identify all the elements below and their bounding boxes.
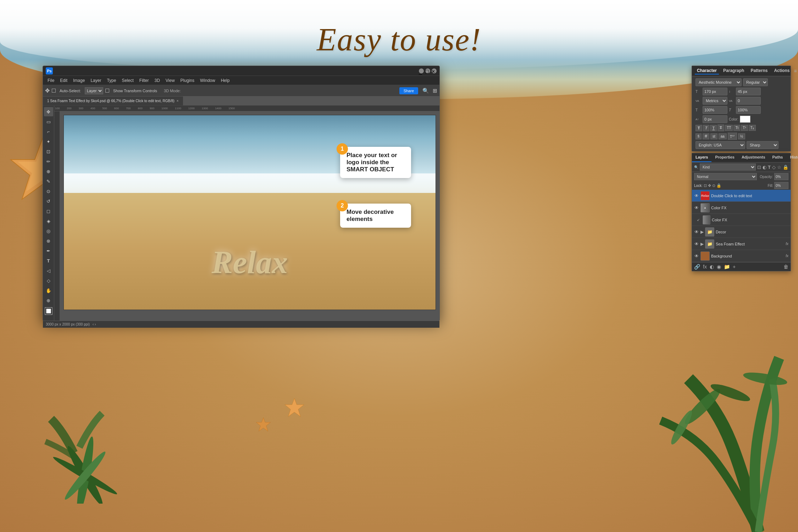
language-select[interactable]: English: USA [696,141,745,149]
layer-row-colorfx2[interactable]: ↙ Color FX [692,214,791,226]
type-filter-btn[interactable]: T [768,165,771,170]
bold-btn[interactable]: T [696,125,702,131]
menu-file[interactable]: File [45,77,57,84]
swash-btn[interactable]: st [710,133,717,139]
tool-pen[interactable]: ✒ [44,246,53,255]
layer-row-colorfx1[interactable]: 👁 ▲ Color FX [692,202,791,214]
tab-close[interactable]: × [177,99,179,103]
menu-view[interactable]: View [163,77,177,84]
tool-move[interactable]: ✥ [44,107,53,116]
tool-eyedropper[interactable]: ✏ [44,157,53,166]
titling-btn[interactable]: Tst [728,133,737,140]
layer-row-background[interactable]: 👁 Background fx [692,250,791,262]
tool-clone[interactable]: ⊙ [44,187,53,196]
fraction-btn[interactable]: ½ [738,133,745,139]
tool-blur[interactable]: ◎ [44,226,53,235]
layer-delete-btn[interactable]: 🗑 [783,264,788,270]
layer-expand-decor[interactable]: ▶ [700,229,704,234]
layer-mask-btn[interactable]: ◐ [710,264,714,270]
lock-position-icon[interactable]: ✥ [708,183,711,188]
tool-zoom[interactable]: ⊕ [44,296,53,305]
layer-eye-colorfx1[interactable]: 👁 [694,205,699,210]
filter-kind-select[interactable]: Kind [700,164,756,171]
color-swatch[interactable] [740,116,750,123]
anti-alias-select[interactable]: Sharp [747,141,778,149]
tool-shape[interactable]: ◇ [44,276,53,285]
menu-3d[interactable]: 3D [152,77,162,84]
lock-artboard-icon[interactable]: ⊙ [712,183,715,188]
tab-layers[interactable]: Layers [692,153,711,162]
font-family-select[interactable]: Aesthetic Monoline [696,78,742,86]
underline-btn[interactable]: T [710,125,717,131]
layer-eye-text[interactable]: 👁 [694,193,699,198]
transform-controls-checkbox[interactable] [105,89,109,93]
font-style-select[interactable]: Regular [743,78,768,86]
menu-filter[interactable]: Filter [137,77,151,84]
allcaps-btn[interactable]: TT [725,125,733,131]
tool-history-brush[interactable]: ↺ [44,196,53,206]
shape-filter-btn[interactable]: ◇ [772,165,776,170]
tool-magic-wand[interactable]: ✦ [44,137,53,146]
menu-edit[interactable]: Edit [57,77,70,84]
scale-h-input[interactable] [703,106,727,114]
lock-pixels-icon[interactable]: ⊡ [704,183,707,188]
tool-type[interactable]: T [44,256,53,265]
character-panel-menu[interactable]: ≡ [794,68,797,74]
font-size-input[interactable] [703,88,727,95]
tool-heal[interactable]: ⊕ [44,167,53,176]
menu-window[interactable]: Window [198,77,218,84]
layer-link-btn[interactable]: 🔗 [694,264,700,270]
layer-eye-decor[interactable]: 👁 [694,229,699,234]
layer-row-seafoam[interactable]: 👁 ▶ 📁 Sea Foam Effect fx [692,238,791,250]
baseline-input[interactable] [703,115,727,123]
tool-lasso[interactable]: ⌐ [44,127,53,136]
tool-gradient[interactable]: ◈ [44,216,53,226]
tab-adjustments[interactable]: Adjustments [738,153,769,162]
foreground-color[interactable] [45,307,52,315]
leading-input[interactable] [736,88,761,95]
tab-patterns[interactable]: Patterns [748,67,770,74]
document-tab[interactable]: 1 Sea Foarm Text Effect by Sko4.psd @ 66… [43,96,183,105]
layer-add-btn[interactable]: + [733,264,736,270]
tracking-input[interactable] [736,97,761,105]
tab-history[interactable]: History [787,153,798,162]
ligature-btn[interactable]: fi [696,133,702,139]
layer-fx-btn[interactable]: fx [703,264,707,270]
ordinal-btn[interactable]: ﬀ [703,133,709,139]
pixel-filter-btn[interactable]: ⊡ [757,165,761,170]
lock-all-icon[interactable]: 🔒 [716,183,721,188]
tab-paths[interactable]: Paths [769,153,787,162]
menu-image[interactable]: Image [71,77,87,84]
italic-btn[interactable]: T [703,125,710,131]
opacity-input[interactable] [774,173,788,180]
layer-eye-seafoam[interactable]: 👁 [694,242,699,246]
minimize-button[interactable]: _ [419,68,424,73]
smart-filter-btn[interactable]: ☆ [777,165,781,170]
kerning-select[interactable]: Metrics [703,97,727,105]
menu-plugins[interactable]: Plugins [178,77,197,84]
layer-adjust-btn[interactable]: ◉ [717,264,721,270]
tab-character[interactable]: Character [695,67,719,74]
panels-icon[interactable]: ⊞ [433,88,437,94]
menu-select[interactable]: Select [119,77,136,84]
close-button[interactable]: × [432,68,437,73]
layer-row-decor[interactable]: 👁 ▶ 📁 Decor [692,226,791,238]
layer-row-text[interactable]: 👁 Relax Double Click to edit text [692,190,791,202]
canvas[interactable]: Relax 1 Place your text or logo inside t… [60,111,439,321]
tool-dodge[interactable]: ⊗ [44,236,53,245]
tool-select-rect[interactable]: ▭ [44,117,53,126]
tab-actions[interactable]: Actions [772,67,792,74]
lock-filter-btn[interactable]: 🔒 [783,165,788,170]
subscript-btn[interactable]: T₁ [749,125,756,131]
menu-help[interactable]: Help [218,77,232,84]
tab-paragraph[interactable]: Paragraph [721,67,746,74]
share-button[interactable]: Share [399,87,418,94]
blend-mode-select[interactable]: Normal [694,173,757,180]
superscript-btn[interactable]: T¹ [741,125,748,131]
fill-input[interactable] [774,182,788,189]
tool-crop[interactable]: ⊡ [44,147,53,156]
layer-folder-btn[interactable]: 📁 [724,264,730,270]
strikethrough-btn[interactable]: T̶ [717,124,724,131]
auto-select-dropdown[interactable]: Layer [85,87,103,94]
tool-brush[interactable]: ✎ [44,177,53,186]
